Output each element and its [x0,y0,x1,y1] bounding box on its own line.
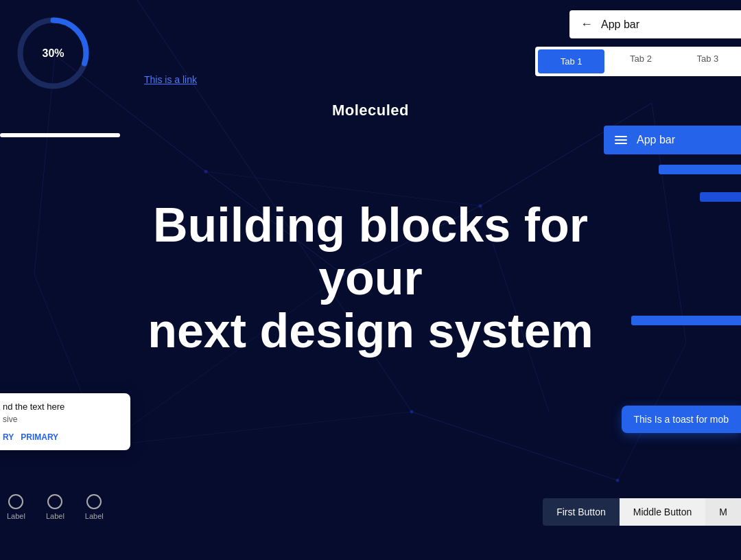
decorative-blue-bar-1 [659,165,741,174]
nav-icon-2 [47,494,62,509]
nav-label-2: Label [46,512,64,520]
nav-label-1: Label [7,512,25,520]
appbar-hamburger: App bar [604,126,741,154]
tab-bar: Tab 1 Tab 2 Tab 3 [535,47,741,76]
appbar-hamburger-label: App bar [637,134,675,146]
dialog-sub-text: sive [3,415,121,424]
tab-3[interactable]: Tab 3 [674,47,741,76]
button-middle[interactable]: Middle Button [620,498,706,526]
hero-headline: Building blocks for your next design sys… [96,199,645,358]
button-first[interactable]: First Button [543,498,620,526]
decorative-blue-bar-3 [631,316,741,325]
progress-circle: 30% [14,14,93,93]
nav-label-3: Label [85,512,104,520]
tab-2[interactable]: Tab 2 [607,47,674,76]
bottom-nav: Label Label Label [7,494,104,520]
nav-item-3[interactable]: Label [85,494,104,520]
back-arrow-icon[interactable]: ← [580,17,593,32]
appbar-top: ← App bar [569,10,741,38]
dialog-secondary-button[interactable]: RY [3,432,14,442]
appbar-top-title: App bar [601,19,639,31]
brand-name: Moleculed [332,102,409,119]
dialog-primary-button[interactable]: PRIMARY [21,432,58,442]
toast-notification: This Is a toast for mob [622,406,742,433]
decorative-bar [0,133,120,137]
nav-item-1[interactable]: Label [7,494,25,520]
progress-label: 30% [42,47,64,59]
nav-icon-1 [8,494,23,509]
nav-icon-3 [86,494,102,509]
dialog-card: nd the text here sive RY PRIMARY [0,393,130,450]
link-text[interactable]: This is a link [144,74,197,85]
dialog-actions: RY PRIMARY [3,432,121,442]
button-group: First Button Middle Button M [543,498,741,526]
decorative-blue-bar-2 [700,192,741,202]
nav-item-2[interactable]: Label [46,494,64,520]
tab-1[interactable]: Tab 1 [538,49,604,73]
button-last[interactable]: M [705,498,741,526]
hamburger-icon[interactable] [615,136,627,144]
dialog-main-text: nd the text here [3,401,121,412]
